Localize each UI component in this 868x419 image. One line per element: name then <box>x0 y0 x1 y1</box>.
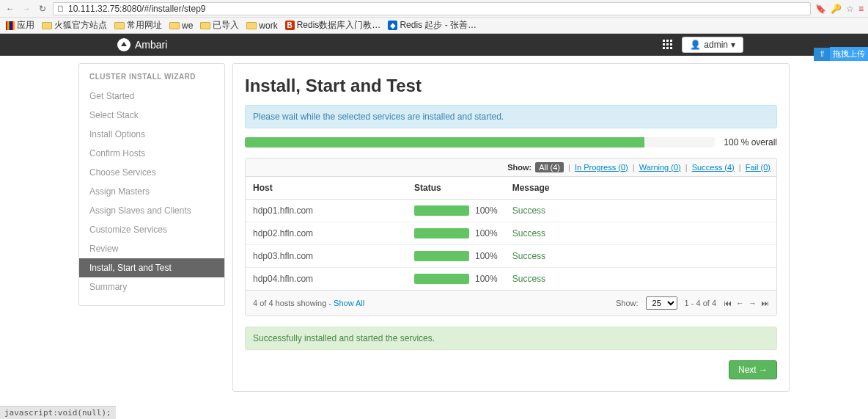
wizard-step-10[interactable]: Summary <box>79 277 224 296</box>
row-pct: 100% <box>475 274 498 284</box>
wizard-step-5[interactable]: Assign Masters <box>79 182 224 201</box>
folder-icon <box>200 22 210 29</box>
svg-rect-8 <box>666 47 669 49</box>
hosts-table: Host Status Message hdp01.hfln.com100%Su… <box>246 177 776 290</box>
row-pct: 100% <box>475 205 498 216</box>
svg-rect-5 <box>666 43 669 45</box>
message-cell[interactable]: Success <box>505 222 776 245</box>
filter-inprogress[interactable]: In Progress (0) <box>575 163 628 172</box>
status-cell: 100% <box>414 251 498 261</box>
address-bar[interactable]: 🗋 10.111.32.75:8080/#/installer/step9 <box>53 2 811 15</box>
ambari-logo-icon <box>117 38 130 51</box>
wizard-step-0[interactable]: Get Started <box>79 87 224 106</box>
apps-grid-icon[interactable] <box>663 40 673 50</box>
wizard-step-1[interactable]: Select Stack <box>79 106 224 125</box>
back-button[interactable]: ← <box>4 3 16 15</box>
wizard-step-6[interactable]: Assign Slaves and Clients <box>79 201 224 220</box>
wizard-step-7[interactable]: Customize Services <box>79 220 224 239</box>
message-cell[interactable]: Success <box>505 245 776 268</box>
folder-icon <box>114 22 125 29</box>
message-cell[interactable]: Success <box>505 268 776 291</box>
tag-icon[interactable]: 🔖 <box>815 4 826 14</box>
bookmark-0[interactable]: 火狐官方站点 <box>42 19 107 32</box>
caret-down-icon: ▾ <box>731 40 735 50</box>
message-cell[interactable]: Success <box>505 200 776 222</box>
svg-rect-1 <box>663 40 665 42</box>
page-title: Install, Start and Test <box>245 76 777 96</box>
th-host[interactable]: Host <box>246 177 407 200</box>
table-footer: 4 of 4 hosts showing - Show All Show: 25… <box>246 290 776 316</box>
apps-icon <box>6 21 15 30</box>
svg-rect-7 <box>663 47 665 49</box>
main-container: CLUSTER INSTALL WIZARD Get StartedSelect… <box>78 63 790 392</box>
per-page-select[interactable]: 25 <box>646 296 677 310</box>
table-row: hdp03.hfln.com100%Success <box>246 245 776 268</box>
browser-toolbar: ← → ↻ 🗋 10.111.32.75:8080/#/installer/st… <box>0 0 868 18</box>
user-icon: 👤 <box>690 40 701 50</box>
admin-label: admin <box>704 40 728 50</box>
apps-bookmark[interactable]: 应用 <box>6 19 34 32</box>
row-progress-bar <box>414 228 469 238</box>
pagination: ⏮ ← → ⏭ <box>724 299 769 307</box>
browser-right-icons: 🔖 🔑 ☆ ≡ <box>815 4 864 14</box>
sidebar-title: CLUSTER INSTALL WIZARD <box>79 73 224 87</box>
upload-icon: ⇧ <box>814 48 830 61</box>
th-status[interactable]: Status <box>407 177 505 200</box>
bookmark-3[interactable]: 已导入 <box>200 19 239 32</box>
bookmark-4[interactable]: work <box>246 21 277 31</box>
filter-warning[interactable]: Warning (0) <box>639 163 681 172</box>
key-icon[interactable]: 🔑 <box>831 4 842 14</box>
progress-bar <box>245 137 715 147</box>
progress-fill <box>245 137 644 147</box>
upload-widget[interactable]: ⇧ 拖拽上传 <box>814 47 868 61</box>
wizard-step-4[interactable]: Choose Services <box>79 163 224 182</box>
star-icon[interactable]: ☆ <box>846 4 854 14</box>
wizard-step-2[interactable]: Install Options <box>79 125 224 144</box>
reload-button[interactable]: ↻ <box>37 3 48 15</box>
row-progress-bar <box>414 251 469 261</box>
svg-rect-2 <box>666 40 669 42</box>
wizard-step-8[interactable]: Review <box>79 239 224 258</box>
show-per-label: Show: <box>616 299 639 307</box>
menu-icon[interactable]: ≡ <box>858 4 864 14</box>
bookmark-2[interactable]: we <box>169 21 193 31</box>
page-next-icon[interactable]: → <box>749 299 757 307</box>
row-progress-bar <box>414 205 469 216</box>
filter-all[interactable]: All (4) <box>535 162 564 172</box>
page-prev-icon[interactable]: ← <box>736 299 744 307</box>
svg-rect-4 <box>663 43 665 45</box>
bookmark-5[interactable]: BRedis数据库入门教… <box>285 19 381 32</box>
filter-fail[interactable]: Fail (0) <box>746 163 770 172</box>
bookmark-1[interactable]: 常用网址 <box>114 19 162 32</box>
page-first-icon[interactable]: ⏮ <box>724 299 732 307</box>
progress-label: 100 % overall <box>724 137 777 147</box>
host-cell[interactable]: hdp01.hfln.com <box>246 200 407 222</box>
status-cell: 100% <box>414 205 498 216</box>
host-cell[interactable]: hdp03.hfln.com <box>246 245 407 268</box>
th-message[interactable]: Message <box>505 177 776 200</box>
page-range: 1 - 4 of 4 <box>685 299 716 307</box>
brand[interactable]: Ambari <box>117 38 167 51</box>
row-progress-bar <box>414 274 469 284</box>
host-cell[interactable]: hdp02.hfln.com <box>246 222 407 245</box>
upload-label: 拖拽上传 <box>830 47 868 61</box>
wizard-sidebar: CLUSTER INSTALL WIZARD Get StartedSelect… <box>78 63 225 306</box>
forward-button[interactable]: → <box>21 3 32 15</box>
redis-icon-2: ◆ <box>388 21 397 30</box>
svg-rect-9 <box>670 47 672 49</box>
wizard-step-3[interactable]: Confirm Hosts <box>79 144 224 163</box>
row-pct: 100% <box>475 251 498 261</box>
file-icon: 🗋 <box>56 4 65 14</box>
show-all-link[interactable]: Show All <box>334 299 364 307</box>
admin-dropdown[interactable]: 👤 admin ▾ <box>682 37 743 53</box>
host-cell[interactable]: hdp04.hfln.com <box>246 268 407 291</box>
bookmark-6[interactable]: ◆Redis 起步 - 张善… <box>388 19 477 32</box>
filter-success[interactable]: Success (4) <box>692 163 735 172</box>
bookmarks-bar: 应用 火狐官方站点 常用网址 we 已导入 work BRedis数据库入门教…… <box>0 18 868 34</box>
svg-rect-6 <box>670 43 672 45</box>
page-last-icon[interactable]: ⏭ <box>761 299 769 307</box>
next-button[interactable]: Next → <box>729 360 777 379</box>
wizard-step-9[interactable]: Install, Start and Test <box>79 258 224 277</box>
overall-progress: 100 % overall <box>245 137 777 147</box>
redis-icon: B <box>285 21 295 30</box>
